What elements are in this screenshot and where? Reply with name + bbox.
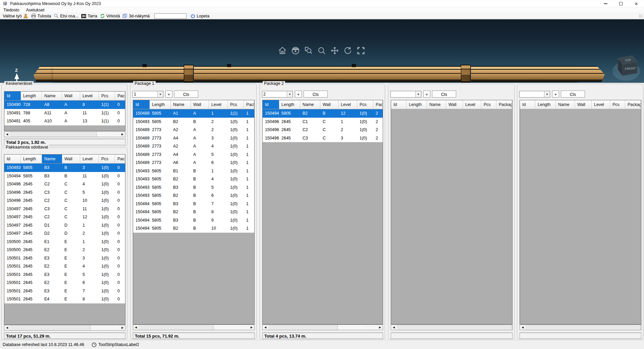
table-row[interactable]: 15050142645E3E71(0)0 — [4, 287, 125, 295]
scroll-left-arrow[interactable]: ◀ — [263, 325, 268, 330]
column-header-level[interactable]: Level — [463, 100, 481, 109]
column-header-length[interactable]: Length — [407, 100, 427, 109]
table-row[interactable]: 15049405805B3B71(0)1 — [133, 200, 254, 208]
package3-cls-button[interactable]: Cls — [432, 91, 456, 98]
zoom-icon[interactable] — [317, 46, 326, 55]
column-header-package[interactable]: Package — [244, 100, 254, 109]
menu-tiedosto[interactable]: Tiedosto — [0, 7, 22, 13]
scroll-thumb[interactable] — [396, 325, 512, 330]
keskeneraiset-hscrollbar[interactable]: ◀ ▶ — [4, 131, 125, 137]
valitse-tyo-button[interactable]: Valitse työ — [3, 13, 28, 18]
chevron-down-icon[interactable]: ▼ — [544, 91, 550, 97]
table-row[interactable]: 15049692645C2C101(0)0 — [4, 196, 125, 205]
table-row[interactable]: 15050092645E2E21(0)0 — [4, 246, 125, 254]
column-header-wall[interactable]: Wall — [575, 100, 592, 109]
table-row[interactable]: 15049395805B2B61(0)1 — [133, 191, 254, 200]
table-row[interactable]: 15049782645D1D11(0)0 — [4, 221, 125, 230]
column-header-id[interactable]: Id — [391, 100, 407, 109]
column-header-name[interactable]: Name — [42, 155, 62, 164]
column-header-length[interactable]: Length — [279, 100, 300, 109]
table-row[interactable]: 15049612645C2C21(0)2 — [263, 126, 383, 134]
column-header-pcs[interactable]: Pcs — [99, 155, 115, 164]
table-row[interactable]: 15050082645E1E11(0)0 — [4, 238, 125, 246]
column-header-level[interactable]: Level — [592, 100, 610, 109]
package2-combobox[interactable]: ▼ — [262, 91, 293, 98]
table-row[interactable]: 15049702645C3C111(0)0 — [4, 205, 125, 213]
package2-combo-value[interactable] — [262, 91, 287, 97]
table-row[interactable]: 1504911788A11A111(1)0 — [4, 109, 125, 117]
scroll-thumb[interactable] — [10, 132, 97, 137]
minimize-button[interactable] — [598, 0, 613, 7]
scroll-track[interactable] — [91, 325, 120, 330]
pan-icon[interactable] — [330, 46, 339, 55]
table-row[interactable]: 1504916405A10A131(1)0 — [4, 117, 125, 125]
column-header-name[interactable]: Name — [171, 100, 191, 109]
table-row[interactable]: 15049415805B2B81(0)1 — [133, 208, 254, 216]
scroll-right-arrow[interactable]: ▶ — [377, 325, 383, 330]
package3-combo-value[interactable] — [391, 91, 415, 97]
column-header-wall[interactable]: Wall — [320, 100, 338, 109]
scroll-left-arrow[interactable]: ◀ — [133, 325, 139, 330]
table-row[interactable]: 15049642645C3C51(0)0 — [4, 188, 125, 197]
package2-hscrollbar[interactable]: ◀ ▶ — [262, 325, 383, 330]
column-header-wall[interactable]: Wall — [62, 155, 80, 164]
beam-connector[interactable] — [461, 65, 471, 82]
column-header-package[interactable]: Package — [373, 100, 383, 109]
scroll-right-arrow[interactable]: ▶ — [249, 325, 254, 330]
close-button[interactable]: ✕ — [629, 0, 644, 7]
toolbar-textbox[interactable] — [154, 13, 186, 19]
column-header-length[interactable]: Length — [21, 92, 42, 101]
column-header-wall[interactable]: Wall — [62, 92, 80, 101]
table-row[interactable]: 15049365805B3B31(0)0 — [4, 164, 125, 172]
column-header-pcs[interactable]: Pcs — [481, 100, 496, 109]
beam-segment[interactable] — [579, 66, 605, 82]
column-header-id[interactable]: Id — [4, 155, 21, 164]
table-row[interactable]: 15049345805B1B11(0)1 — [133, 167, 254, 175]
table-row[interactable]: 15050152645E4E81(0)0 — [4, 295, 125, 303]
package3-add-button[interactable]: + — [423, 91, 430, 98]
package4-combo-value[interactable] — [520, 91, 544, 97]
scroll-left-arrow[interactable]: ◀ — [4, 325, 10, 330]
table-row[interactable]: 15050112645E2E41(0)0 — [4, 262, 125, 271]
column-header-pcs[interactable]: Pcs — [357, 100, 373, 109]
view-cube[interactable]: W E S TOP FRONT — [611, 52, 642, 83]
scroll-track[interactable] — [97, 132, 120, 137]
column-header-package[interactable]: Package — [115, 155, 125, 164]
column-header-id[interactable]: Id — [4, 92, 21, 101]
column-header-package[interactable]: Package — [496, 100, 512, 109]
fit-view-icon[interactable] — [356, 46, 366, 55]
table-row[interactable]: 15048905805A1A11(1)1 — [133, 109, 254, 118]
table-row[interactable]: 1504903728A8A81(1)0 — [4, 101, 125, 109]
column-header-wall[interactable]: Wall — [191, 100, 209, 109]
column-header-id[interactable]: Id — [133, 100, 150, 109]
table-row[interactable]: 15048972773A4A51(0)1 — [133, 151, 254, 159]
package3-combobox[interactable]: ▼ — [390, 91, 421, 98]
column-header-package[interactable]: Package — [115, 92, 125, 101]
column-header-pcs[interactable]: Pcs — [610, 100, 625, 109]
table-row[interactable]: 15049435805B2B101(0)1 — [133, 224, 254, 233]
column-header-length[interactable]: Length — [150, 100, 171, 109]
tarra-button[interactable]: Tarra — [81, 14, 97, 18]
etsi-osa-button[interactable]: Etsi osa... — [54, 13, 78, 18]
column-header-level[interactable]: Level — [80, 155, 99, 164]
package1-add-button[interactable]: + — [165, 91, 172, 98]
package1-cls-button[interactable]: Cls — [174, 91, 198, 98]
chevron-down-icon[interactable]: ▼ — [157, 91, 163, 97]
tulosta-button[interactable]: Tulosta — [31, 13, 51, 18]
rotate-icon[interactable] — [343, 46, 353, 55]
package3-hscrollbar[interactable]: ◀ — [391, 325, 513, 330]
scroll-thumb[interactable] — [268, 325, 338, 330]
table-row[interactable]: 15050102645E3E31(0)0 — [4, 254, 125, 263]
scroll-track[interactable] — [214, 325, 249, 330]
table-row[interactable]: 15049375805B2B41(0)1 — [133, 175, 254, 183]
beam-segment[interactable] — [53, 66, 184, 82]
scroll-thumb[interactable] — [10, 325, 91, 330]
package1-hscrollbar[interactable]: ◀ ▶ — [133, 325, 255, 330]
toolstrip-grip[interactable] — [639, 14, 642, 18]
table-row[interactable]: 15048952773A2A41(0)1 — [133, 142, 254, 151]
lopeta-button[interactable]: Lopeta — [191, 14, 209, 18]
scroll-left-arrow[interactable]: ◀ — [391, 325, 396, 330]
package2-add-button[interactable]: + — [295, 91, 302, 98]
scroll-right-arrow[interactable]: ▶ — [120, 132, 125, 137]
beam-segment[interactable] — [194, 66, 461, 82]
